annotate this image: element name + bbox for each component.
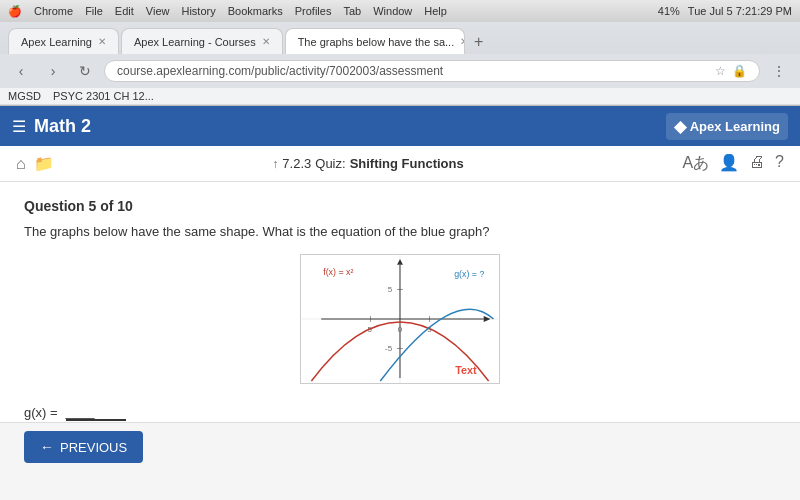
more-button[interactable]: ⋮ <box>766 58 792 84</box>
answer-prefix: g(x) = <box>24 405 58 420</box>
quiz-breadcrumb: ↑ 7.2.3 Quiz: Shifting Functions <box>62 156 675 171</box>
bookmark-psyc[interactable]: PSYC 2301 CH 12... <box>53 90 154 102</box>
tab-close-2[interactable]: ✕ <box>262 36 270 47</box>
bookmarks-bar: MGSD PSYC 2301 CH 12... <box>0 88 800 105</box>
home-icon[interactable]: ⌂ <box>16 155 26 173</box>
previous-label: PREVIOUS <box>60 440 127 455</box>
apple-icon: 🍎 <box>8 5 22 18</box>
tab-menu[interactable]: Tab <box>343 5 361 18</box>
shield-icon: 🔒 <box>732 64 747 78</box>
address-icons: ☆ 🔒 <box>715 64 747 78</box>
star-icon[interactable]: ☆ <box>715 64 726 78</box>
help-menu[interactable]: Help <box>424 5 447 18</box>
apex-logo-text: Apex Learning <box>690 119 780 134</box>
history-menu[interactable]: History <box>181 5 215 18</box>
quiz-nav-bar: ⌂ 📁 ↑ 7.2.3 Quiz: Shifting Functions Aあ … <box>0 146 800 182</box>
question-text: The graphs below have the same shape. Wh… <box>24 222 776 242</box>
new-tab-button[interactable]: + <box>467 30 491 54</box>
svg-text:f(x) = x²: f(x) = x² <box>323 266 353 276</box>
os-bar-left: 🍎 Chrome File Edit View History Bookmark… <box>8 5 447 18</box>
quiz-nav-icons: Aあ 👤 🖨 ? <box>682 153 784 174</box>
svg-text:g(x) = ?: g(x) = ? <box>454 268 484 278</box>
user-icon[interactable]: 👤 <box>719 153 739 174</box>
bookmark-mgsd[interactable]: MGSD <box>8 90 41 102</box>
breadcrumb-up-arrow: ↑ <box>272 157 278 171</box>
tab-close-1[interactable]: ✕ <box>98 36 106 47</box>
window-menu[interactable]: Window <box>373 5 412 18</box>
answer-blank: ____ <box>66 404 126 421</box>
tab-bar: Apex Learning ✕ Apex Learning - Courses … <box>0 22 800 54</box>
battery-indicator: 41% <box>658 5 680 17</box>
file-menu[interactable]: File <box>85 5 103 18</box>
address-bar-row: ‹ › ↻ course.apexlearning.com/public/act… <box>0 54 800 88</box>
tab-apex-courses[interactable]: Apex Learning - Courses ✕ <box>121 28 283 54</box>
address-bar[interactable]: course.apexlearning.com/public/activity/… <box>104 60 760 82</box>
answer-line: g(x) = ____ <box>24 404 776 421</box>
os-bar: 🍎 Chrome File Edit View History Bookmark… <box>0 0 800 22</box>
quiz-code: 7.2.3 <box>282 156 311 171</box>
hamburger-menu[interactable]: ☰ <box>12 117 26 136</box>
browser-chrome: Apex Learning ✕ Apex Learning - Courses … <box>0 22 800 106</box>
translate-icon[interactable]: Aあ <box>682 153 709 174</box>
svg-text:5: 5 <box>388 285 393 294</box>
os-bar-right: 41% Tue Jul 5 7:21:29 PM <box>658 5 792 17</box>
svg-text:0: 0 <box>398 324 403 333</box>
app-header: ☰ Math 2 ◆ Apex Learning <box>0 106 800 146</box>
bottom-bar: ← PREVIOUS <box>0 422 800 471</box>
tab-close-3[interactable]: ✕ <box>460 36 464 47</box>
reload-button[interactable]: ↻ <box>72 58 98 84</box>
apex-diamond-icon: ◆ <box>674 117 686 136</box>
edit-menu[interactable]: Edit <box>115 5 134 18</box>
app-title: Math 2 <box>34 116 91 137</box>
view-menu[interactable]: View <box>146 5 170 18</box>
graph-svg: -5 5 0 5 -5 f(x) = x² g(x <box>301 255 499 383</box>
svg-text:Text: Text <box>455 364 477 376</box>
previous-arrow-icon: ← <box>40 439 54 455</box>
question-number: Question 5 of 10 <box>24 198 776 214</box>
forward-button[interactable]: › <box>40 58 66 84</box>
quiz-label-text: Quiz: <box>315 156 345 171</box>
apex-logo: ◆ Apex Learning <box>666 113 788 140</box>
tab-apex-learning[interactable]: Apex Learning ✕ <box>8 28 119 54</box>
app-header-right: ◆ Apex Learning <box>666 113 788 140</box>
back-button[interactable]: ‹ <box>8 58 34 84</box>
svg-text:-5: -5 <box>385 344 393 353</box>
graph-container: -5 5 0 5 -5 f(x) = x² g(x <box>300 254 500 384</box>
app-header-left: ☰ Math 2 <box>12 116 91 137</box>
profiles-menu[interactable]: Profiles <box>295 5 332 18</box>
time-display: Tue Jul 5 7:21:29 PM <box>688 5 792 17</box>
url-text: course.apexlearning.com/public/activity/… <box>117 64 715 78</box>
tab-active[interactable]: The graphs below have the sa... ✕ <box>285 28 465 54</box>
bookmarks-menu[interactable]: Bookmarks <box>228 5 283 18</box>
print-icon[interactable]: 🖨 <box>749 153 765 174</box>
quiz-title-text: Shifting Functions <box>350 156 464 171</box>
help-icon[interactable]: ? <box>775 153 784 174</box>
chrome-menu[interactable]: Chrome <box>34 5 73 18</box>
main-content: Question 5 of 10 The graphs below have t… <box>0 182 800 422</box>
previous-button[interactable]: ← PREVIOUS <box>24 431 143 463</box>
folder-icon[interactable]: 📁 <box>34 154 54 173</box>
